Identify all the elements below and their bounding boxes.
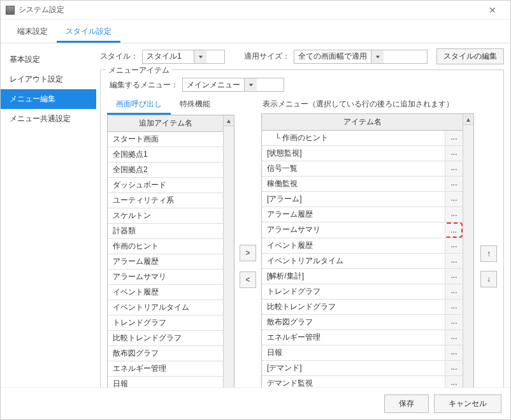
footer: 保存 キャンセル xyxy=(1,387,510,419)
edit-menu-select[interactable]: メインメニュー xyxy=(182,78,284,92)
item-name-cell: 散布図グラフ xyxy=(262,315,445,329)
style-select[interactable]: スタイル1 xyxy=(142,50,225,64)
item-name-cell: 比較トレンドグラフ xyxy=(262,300,445,314)
table-row[interactable]: 信号一覧... xyxy=(262,161,463,177)
table-row[interactable]: ユーティリティ系 xyxy=(108,193,223,208)
table-row[interactable]: イベント履歴... xyxy=(262,238,463,254)
item-name-cell: デマンド監視 xyxy=(262,376,445,387)
item-options-button[interactable]: ... xyxy=(445,345,463,360)
item-name-cell: ダッシュボード xyxy=(108,178,223,192)
move-right-button[interactable]: > xyxy=(240,245,256,261)
sidebar-item-basic[interactable]: 基本設定 xyxy=(1,50,96,69)
table-row[interactable]: アラーム履歴... xyxy=(262,207,463,222)
item-name-cell: アラームサマリ xyxy=(262,222,445,238)
item-options-button[interactable]: ... xyxy=(445,222,463,238)
table-row[interactable]: トレンドグラフ xyxy=(108,315,223,331)
table-row[interactable]: [状態監視]... xyxy=(262,146,463,161)
item-options-button[interactable]: ... xyxy=(445,284,463,299)
item-name-cell: スタート画面 xyxy=(108,132,223,147)
table-row[interactable]: 全国拠点1 xyxy=(108,147,223,163)
dropdown-arrow-icon[interactable] xyxy=(371,50,384,63)
item-options-button[interactable]: ... xyxy=(445,146,463,161)
size-select[interactable]: 全ての画面幅で適用 xyxy=(294,50,428,64)
table-row[interactable]: 散布図グラフ xyxy=(108,346,223,361)
table-row[interactable]: デマンド監視... xyxy=(262,376,463,387)
titlebar: システム設定 ✕ xyxy=(1,1,510,20)
cancel-button[interactable]: キャンセル xyxy=(434,395,501,413)
table-row[interactable]: └ 作画のヒント... xyxy=(262,131,463,146)
item-options-button[interactable]: ... xyxy=(445,238,463,253)
item-options-button[interactable]: ... xyxy=(445,161,463,176)
table-row[interactable]: アラームサマリ xyxy=(108,270,223,285)
item-options-button[interactable]: ... xyxy=(445,269,463,284)
size-select-value: 全ての画面幅で適用 xyxy=(294,51,371,62)
item-options-button[interactable]: ... xyxy=(445,131,463,145)
menu-items-fieldset: メニューアイテム 編集するメニュー： メインメニュー 画面呼び出し 特殊機能 xyxy=(100,69,504,387)
table-row[interactable]: 全国拠点2 xyxy=(108,163,223,178)
svg-marker-2 xyxy=(248,83,252,86)
table-row[interactable]: エネルギー管理... xyxy=(262,330,463,345)
item-options-button[interactable]: ... xyxy=(445,177,463,191)
left-scrollbar[interactable]: ▲ ▼ xyxy=(223,115,234,387)
item-options-button[interactable]: ... xyxy=(445,330,463,345)
item-options-button[interactable]: ... xyxy=(445,376,463,387)
dropdown-arrow-icon[interactable] xyxy=(244,78,257,91)
window-close-button[interactable]: ✕ xyxy=(480,5,505,15)
left-table-body[interactable]: 追加アイテム名 スタート画面全国拠点1全国拠点2ダッシュボードユーティリティ系ス… xyxy=(108,115,223,387)
save-button[interactable]: 保存 xyxy=(384,395,429,413)
table-row[interactable]: ダッシュボード xyxy=(108,178,223,193)
scroll-up-icon[interactable]: ▲ xyxy=(224,115,234,126)
table-row[interactable]: スタート画面 xyxy=(108,132,223,147)
item-name-cell: トレンドグラフ xyxy=(108,315,223,330)
table-row[interactable]: エネルギー管理 xyxy=(108,361,223,377)
table-row[interactable]: [アラーム]... xyxy=(262,192,463,207)
table-row[interactable]: イベントリアルタイム xyxy=(108,300,223,315)
table-row[interactable]: 散布図グラフ... xyxy=(262,315,463,330)
item-name-cell: トレンドグラフ xyxy=(262,284,445,299)
tab-terminal-settings[interactable]: 端末設定 xyxy=(8,22,57,43)
table-row[interactable]: スケルトン xyxy=(108,208,223,224)
inner-tab-screen-call[interactable]: 画面呼び出し xyxy=(107,96,171,115)
table-row[interactable]: 比較トレンドグラフ xyxy=(108,331,223,346)
right-table-body[interactable]: アイテム名 └ 作画のヒント...[状態監視]...信号一覧...稼働監視...… xyxy=(262,114,463,387)
table-row[interactable]: 比較トレンドグラフ... xyxy=(262,300,463,315)
move-up-button[interactable]: ↑ xyxy=(480,245,497,262)
table-row[interactable]: [デマンド]... xyxy=(262,361,463,376)
item-options-button[interactable]: ... xyxy=(445,300,463,314)
sidebar-item-layout[interactable]: レイアウト設定 xyxy=(1,69,96,89)
item-options-button[interactable]: ... xyxy=(445,315,463,329)
tab-style-settings[interactable]: スタイル設定 xyxy=(57,22,120,43)
edit-menu-row: 編集するメニュー： メインメニュー xyxy=(110,78,497,92)
size-label: 適用サイズ： xyxy=(244,51,290,62)
dropdown-arrow-icon[interactable] xyxy=(194,50,206,63)
table-row[interactable]: トレンドグラフ... xyxy=(262,284,463,300)
sidebar-item-menu-edit[interactable]: メニュー編集 xyxy=(1,89,96,109)
style-label: スタイル： xyxy=(100,51,138,62)
inner-tab-special[interactable]: 特殊機能 xyxy=(171,96,219,115)
right-scrollbar[interactable]: ▲ ▼ xyxy=(463,114,473,387)
scroll-up-icon[interactable]: ▲ xyxy=(463,114,473,125)
move-down-button[interactable]: ↓ xyxy=(480,271,497,287)
item-options-button[interactable]: ... xyxy=(445,207,463,222)
right-table: アイテム名 └ 作画のヒント...[状態監視]...信号一覧...稼働監視...… xyxy=(261,113,474,387)
table-row[interactable]: アラームサマリ... xyxy=(262,222,463,238)
table-row[interactable]: アラーム履歴 xyxy=(108,254,223,270)
table-row[interactable]: イベントリアルタイム... xyxy=(262,254,463,269)
move-left-button[interactable]: < xyxy=(240,272,256,288)
table-row[interactable]: 稼働監視... xyxy=(262,177,463,192)
table-row[interactable]: 日報... xyxy=(262,345,463,361)
table-row[interactable]: イベント履歴 xyxy=(108,285,223,300)
sidebar-item-menu-common[interactable]: メニュー共通設定 xyxy=(1,109,96,129)
table-row[interactable]: 計器類 xyxy=(108,224,223,239)
item-options-button[interactable]: ... xyxy=(445,361,463,375)
table-row[interactable]: 作画のヒント xyxy=(108,239,223,254)
item-options-button[interactable]: ... xyxy=(445,254,463,268)
table-row[interactable]: [解析/集計]... xyxy=(262,269,463,284)
columns: 画面呼び出し 特殊機能 追加アイテム名 スタート画面全国拠点1全国拠点2ダッシュ… xyxy=(107,96,497,387)
item-name-cell: スケルトン xyxy=(108,208,223,223)
table-row[interactable]: 日報 xyxy=(108,377,223,387)
item-name-cell: 日報 xyxy=(262,345,445,360)
edit-style-button[interactable]: スタイルの編集 xyxy=(436,48,504,64)
item-options-button[interactable]: ... xyxy=(445,192,463,206)
style-select-value: スタイル1 xyxy=(143,51,194,62)
